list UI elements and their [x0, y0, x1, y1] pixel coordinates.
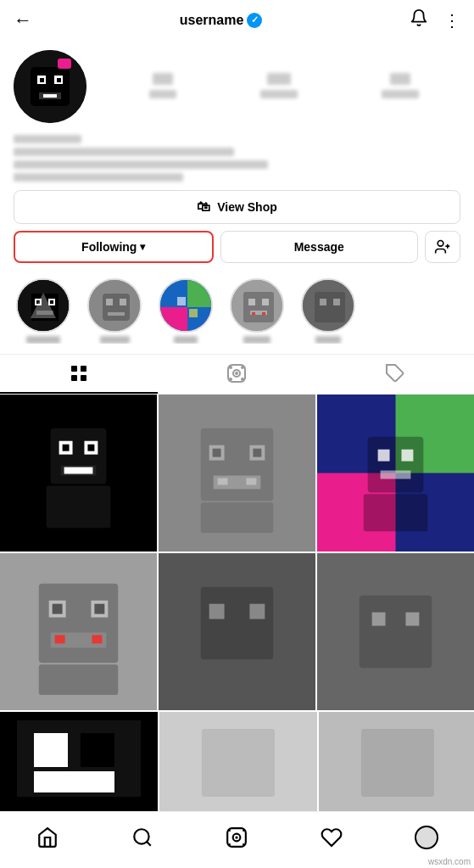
highlight-item[interactable]	[227, 278, 287, 344]
view-shop-label: View Shop	[217, 200, 277, 214]
svg-rect-65	[213, 449, 221, 457]
svg-rect-87	[92, 635, 102, 643]
posts-tabs	[0, 355, 474, 395]
nav-search-button[interactable]	[122, 820, 163, 854]
svg-rect-43	[81, 375, 86, 381]
svg-rect-99	[34, 733, 68, 767]
tab-tagged[interactable]	[316, 355, 474, 394]
svg-rect-35	[262, 312, 265, 315]
svg-rect-42	[71, 375, 77, 381]
svg-rect-56	[63, 445, 70, 451]
svg-rect-77	[381, 471, 411, 479]
post-image	[0, 395, 157, 552]
nav-profile-button[interactable]	[406, 820, 447, 854]
highlight-circle	[87, 278, 142, 333]
svg-point-138	[243, 830, 245, 832]
svg-rect-94	[360, 596, 432, 669]
nav-right: ⋮	[410, 8, 460, 31]
svg-rect-20	[103, 294, 130, 321]
profile-avatar-small	[415, 826, 438, 849]
svg-rect-23	[108, 312, 125, 316]
svg-rect-57	[87, 445, 94, 451]
svg-point-46	[236, 372, 237, 374]
svg-rect-17	[50, 300, 53, 304]
svg-rect-103	[202, 729, 275, 797]
highlight-item[interactable]	[14, 278, 73, 344]
highlight-label	[174, 336, 198, 344]
svg-rect-92	[249, 604, 265, 619]
highlight-item[interactable]	[298, 278, 358, 344]
post-cell[interactable]	[317, 553, 474, 710]
profile-name-row	[14, 135, 460, 143]
post-cell[interactable]	[317, 395, 474, 552]
svg-rect-76	[401, 450, 413, 462]
highlights-section	[0, 275, 474, 355]
partial-grid-row	[0, 712, 474, 814]
post-cell[interactable]	[159, 395, 315, 552]
posts-label	[149, 88, 176, 101]
highlight-circle	[16, 278, 70, 333]
svg-rect-5	[57, 78, 61, 82]
svg-point-9	[438, 241, 443, 247]
svg-rect-88	[39, 664, 118, 695]
svg-rect-100	[81, 733, 114, 767]
svg-rect-25	[160, 307, 187, 333]
highlight-label	[243, 336, 270, 344]
top-navigation: ← username ✓ ⋮	[0, 0, 474, 40]
tab-grid[interactable]	[0, 355, 158, 394]
svg-rect-80	[39, 584, 118, 663]
svg-rect-68	[218, 478, 228, 484]
nav-likes-button[interactable]	[311, 820, 352, 854]
message-button[interactable]: Message	[220, 231, 419, 263]
add-person-button[interactable]	[425, 231, 460, 263]
view-shop-button[interactable]: 🛍 View Shop	[14, 190, 460, 224]
svg-rect-105	[361, 729, 434, 797]
post-cell-partial[interactable]	[159, 712, 317, 814]
svg-rect-74	[368, 437, 424, 493]
svg-rect-84	[94, 604, 104, 614]
nav-left: ←	[14, 9, 32, 31]
followers-label	[260, 88, 298, 101]
svg-rect-91	[209, 604, 225, 619]
highlight-item[interactable]	[85, 278, 144, 344]
svg-rect-41	[81, 366, 86, 372]
highlight-circle	[159, 278, 213, 333]
reels-nav-icon	[226, 826, 248, 848]
following-button[interactable]: Following ▾	[14, 231, 214, 263]
highlights-row	[14, 278, 460, 344]
verified-badge-icon: ✓	[247, 13, 262, 28]
nav-center: username ✓	[180, 13, 263, 28]
tab-reels[interactable]	[158, 355, 315, 394]
more-options-icon[interactable]: ⋮	[443, 10, 460, 31]
post-image	[159, 395, 315, 552]
svg-point-49	[230, 378, 231, 380]
nav-home-button[interactable]	[27, 820, 68, 854]
profile-top-row	[14, 50, 460, 123]
svg-point-139	[229, 843, 231, 845]
svg-rect-16	[36, 300, 40, 304]
svg-rect-13	[31, 294, 59, 321]
post-image-partial	[319, 712, 474, 814]
post-cell[interactable]	[0, 395, 157, 552]
posts-grid	[0, 395, 474, 710]
post-cell-partial[interactable]	[319, 712, 474, 814]
svg-rect-53	[51, 428, 107, 484]
svg-rect-59	[64, 468, 93, 474]
post-cell[interactable]	[0, 553, 157, 710]
avatar-image	[14, 50, 86, 123]
notification-bell-icon[interactable]	[410, 8, 428, 31]
back-button[interactable]: ←	[14, 9, 32, 31]
post-image-partial	[159, 712, 317, 814]
home-icon	[36, 826, 59, 848]
highlight-item[interactable]	[156, 278, 215, 344]
followers-stat	[260, 73, 298, 101]
nav-reels-button[interactable]	[216, 820, 257, 854]
post-cell-partial[interactable]	[0, 712, 158, 814]
following-label	[382, 88, 419, 101]
watermark: wsxdn.com	[428, 857, 471, 866]
svg-rect-75	[378, 450, 390, 462]
profile-name	[14, 135, 81, 143]
svg-rect-40	[71, 366, 77, 372]
highlight-label	[100, 336, 130, 344]
post-cell[interactable]	[159, 553, 315, 710]
